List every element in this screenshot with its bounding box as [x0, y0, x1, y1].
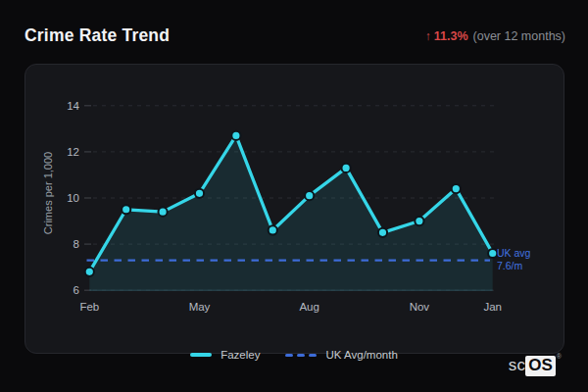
y-axis-title: Crimes per 1,000: [42, 152, 54, 234]
uk-avg-dashed-swatch-icon: [285, 354, 317, 357]
legend-label: UK Avg/month: [325, 349, 397, 361]
legend-label: Fazeley: [220, 349, 260, 361]
data-point-marker-jan[interactable]: [488, 249, 497, 258]
legend-item-uk-avg[interactable]: UK Avg/month: [285, 349, 397, 361]
data-point-marker-nov[interactable]: [415, 217, 423, 225]
registered-trademark-icon: ®: [557, 353, 562, 360]
crime-trend-chart: 68101214FebMayAugNovJan: [0, 0, 588, 392]
x-tick-label-feb: Feb: [79, 301, 99, 313]
y-tick-label: 6: [74, 284, 79, 296]
logo-suffix: OS: [525, 356, 556, 376]
data-point-marker-apr[interactable]: [159, 208, 168, 217]
y-tick-label: 8: [74, 238, 79, 250]
fazeley-line-swatch-icon: [190, 353, 212, 357]
y-tick-label: 10: [67, 192, 79, 204]
y-tick-label: 12: [67, 146, 79, 158]
y-tick-label: 14: [67, 100, 79, 112]
data-point-marker-aug[interactable]: [305, 191, 314, 200]
legend-item-fazeley[interactable]: Fazeley: [190, 349, 260, 361]
data-point-marker-may[interactable]: [195, 189, 204, 198]
data-point-marker-jul[interactable]: [269, 225, 277, 234]
data-point-marker-dec[interactable]: [452, 184, 461, 193]
data-point-marker-sep[interactable]: [342, 164, 351, 172]
logo-prefix: sc: [509, 356, 525, 375]
uk-avg-annotation: UK avg 7.6/m: [497, 247, 530, 272]
x-tick-label-may: May: [189, 301, 211, 313]
x-tick-label-jan: Jan: [483, 301, 502, 313]
chart-legend: Fazeley UK Avg/month: [0, 348, 588, 362]
data-point-marker-oct[interactable]: [378, 228, 387, 237]
x-tick-label-aug: Aug: [299, 301, 318, 313]
data-point-marker-jun[interactable]: [231, 131, 240, 140]
uk-avg-annotation-line1: UK avg: [497, 247, 530, 260]
x-tick-label-nov: Nov: [410, 301, 430, 313]
uk-avg-annotation-line2: 7.6/m: [497, 260, 530, 272]
data-point-marker-feb[interactable]: [85, 268, 94, 276]
data-point-marker-mar[interactable]: [122, 205, 130, 214]
scos-logo: sc OS ®: [509, 356, 561, 376]
